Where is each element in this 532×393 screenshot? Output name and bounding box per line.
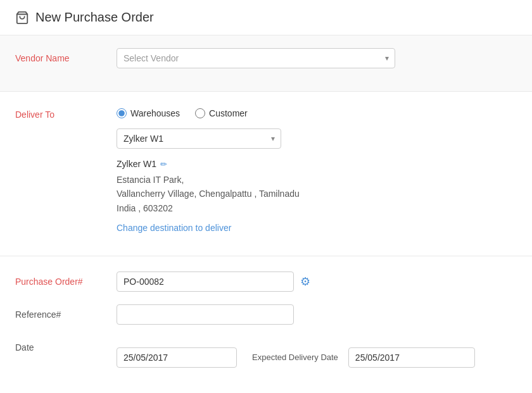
- date-fields-row: Expected Delivery Date: [117, 347, 517, 368]
- address-line3: India , 603202: [117, 201, 517, 215]
- address-warehouse-name: Zylker W1: [117, 159, 156, 169]
- address-line1: Estancia IT Park,: [117, 173, 517, 187]
- deliver-to-section: Deliver To Warehouses Customer Zylker W1…: [0, 92, 532, 256]
- deliver-to-row: Deliver To Warehouses Customer Zylker W1…: [15, 104, 517, 233]
- warehouses-radio-text: Warehouses: [130, 108, 180, 118]
- reference-input[interactable]: [117, 304, 294, 325]
- purchase-order-input[interactable]: [117, 271, 294, 292]
- expected-delivery-date-input[interactable]: [348, 347, 475, 368]
- reference-control: [117, 304, 517, 325]
- edit-icon[interactable]: ✏: [160, 159, 167, 169]
- page-header: New Purchase Order: [0, 0, 532, 35]
- gear-icon[interactable]: ⚙: [300, 275, 310, 289]
- warehouses-radio-label[interactable]: Warehouses: [117, 108, 180, 118]
- shopping-bag-icon: [15, 11, 29, 25]
- deliver-to-control: Warehouses Customer Zylker W1 ▾ Zylker W…: [117, 104, 517, 233]
- address-block: Zylker W1 ✏ Estancia IT Park, Vallancher…: [117, 159, 517, 215]
- deliver-to-label: Deliver To: [15, 104, 117, 120]
- vendor-section: Vendor Name Select Vendor ▾: [0, 35, 532, 92]
- purchase-order-label: Purchase Order#: [15, 271, 117, 287]
- date-row: Date Expected Delivery Date: [15, 337, 517, 368]
- vendor-row: Vendor Name Select Vendor ▾: [15, 48, 517, 68]
- address-line2: Vallancherry Village, Chengalpattu , Tam…: [117, 187, 517, 201]
- customer-radio-text: Customer: [209, 108, 248, 118]
- expected-delivery-label: Expected Delivery Date: [252, 352, 338, 363]
- customer-radio[interactable]: [195, 108, 205, 118]
- order-details-section: Purchase Order# ⚙ Reference# Date Expect…: [0, 256, 532, 368]
- warehouse-select-wrapper: Zylker W1 ▾: [117, 128, 281, 149]
- date-input[interactable]: [117, 347, 237, 368]
- date-label: Date: [15, 337, 117, 352]
- change-destination-link[interactable]: Change destination to deliver: [117, 223, 231, 233]
- address-name-row: Zylker W1 ✏: [117, 159, 517, 169]
- date-control: Expected Delivery Date: [117, 337, 517, 368]
- vendor-control: Select Vendor ▾: [117, 48, 517, 68]
- warehouses-radio[interactable]: [117, 108, 127, 118]
- page-title: New Purchase Order: [35, 10, 154, 25]
- deliver-to-radio-group: Warehouses Customer: [117, 104, 517, 118]
- po-input-row: ⚙: [117, 271, 517, 292]
- customer-radio-label[interactable]: Customer: [195, 108, 248, 118]
- warehouse-select[interactable]: Zylker W1: [117, 128, 281, 149]
- reference-label: Reference#: [15, 304, 117, 320]
- purchase-order-row: Purchase Order# ⚙: [15, 271, 517, 292]
- vendor-select-wrapper: Select Vendor ▾: [117, 48, 395, 68]
- reference-row: Reference#: [15, 304, 517, 325]
- vendor-select[interactable]: Select Vendor: [117, 48, 395, 68]
- purchase-order-control: ⚙: [117, 271, 517, 292]
- expected-date-group: Expected Delivery Date: [252, 347, 475, 368]
- vendor-label: Vendor Name: [15, 48, 117, 63]
